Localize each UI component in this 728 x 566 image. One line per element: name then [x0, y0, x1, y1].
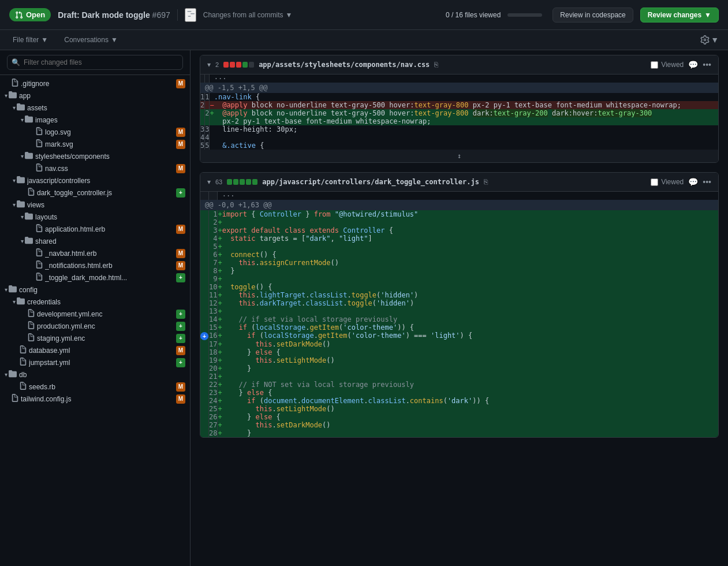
sidebar-item-config[interactable]: ▾config [0, 284, 190, 296]
sidebar-item-application-html-erb[interactable]: application.html.erbM [0, 223, 190, 235]
diff-file-header-dark-toggle: ▾ 63 app/javascript/controllers/dark_tog… [200, 173, 718, 192]
sidebar-item-jumpstart-yml[interactable]: jumpstart.yml+ [0, 356, 190, 368]
chevron-icon: ▾ [5, 92, 8, 99]
sidebar-item-gitignore[interactable]: .gitignoreM [0, 77, 190, 90]
sidebar-item-development-yml-enc[interactable]: development.yml.enc+ [0, 308, 190, 320]
sidebar-item-label: stylesheets/components [35, 152, 185, 161]
sidebar-item-stylesheets-components[interactable]: ▾stylesheets/components [0, 150, 190, 162]
file-filter-button[interactable]: File filter ▼ [9, 33, 51, 46]
commits-selector[interactable]: Changes from all commits ▼ [203, 11, 293, 19]
table-row: px-2 py-1 text-base font-medium whitespa… [200, 117, 718, 125]
sidebar: 🔍 .gitignoreM▾app▾assets▾imageslogo.svgM… [0, 50, 191, 566]
table-row: ↕ [200, 150, 718, 162]
sidebar-item-tailwind-config-js[interactable]: tailwind.config.jsM [0, 393, 190, 405]
git-pull-request-icon [15, 11, 23, 19]
sidebar-item-shared[interactable]: ▾shared [0, 235, 190, 247]
table-row: 3 + export default class extends Control… [200, 226, 718, 234]
sidebar-item-layouts[interactable]: ▾layouts [0, 211, 190, 223]
viewed-checkbox-nav-css[interactable]: Viewed [651, 61, 684, 69]
sidebar-item-database-yml[interactable]: database.ymlM [0, 344, 190, 356]
conversations-button[interactable]: Conversations ▼ [61, 33, 121, 46]
collapse-button-dark-toggle[interactable]: ▾ [207, 178, 211, 186]
sidebar-item-notifications-html-erb[interactable]: _notifications.html.erbM [0, 259, 190, 271]
sidebar-item-dark-toggle-controller[interactable]: dark_toggle_controller.js+ [0, 187, 190, 199]
diff-seg-1 [227, 179, 232, 185]
file-icon [36, 163, 43, 173]
sidebar-item-assets[interactable]: ▾assets [0, 102, 190, 114]
viewed-check-dark-toggle[interactable] [651, 178, 658, 186]
diff-view-toggle[interactable] [185, 8, 196, 22]
file-badge: + [176, 188, 185, 198]
comment-button-nav-css[interactable]: 💬 [688, 60, 698, 69]
table-row: 1 + import { Controller } from "@hotwire… [200, 210, 718, 218]
sidebar-item-label: layouts [35, 213, 185, 221]
diff-seg-2 [233, 179, 238, 185]
sidebar-item-mark-svg[interactable]: mark.svgM [0, 138, 190, 150]
sidebar-item-toggle-dark-mode[interactable]: _toggle_dark_mode.html...+ [0, 271, 190, 284]
review-changes-button[interactable]: Review changes ▼ [640, 8, 719, 23]
folder-icon [17, 297, 25, 307]
folder-icon [25, 212, 33, 222]
sidebar-item-label: production.yml.enc [37, 322, 176, 330]
sidebar-item-label: jumpstart.yml [29, 359, 176, 367]
diff-bar-dark-toggle [227, 179, 257, 185]
file-icon [36, 224, 43, 234]
table-row: 25 + this.setLightMode() [200, 405, 718, 413]
file-icon [36, 248, 43, 258]
sidebar-item-label: application.html.erb [45, 225, 176, 233]
main-layout: 🔍 .gitignoreM▾app▾assets▾imageslogo.svgM… [0, 50, 728, 566]
comment-button-dark-toggle[interactable]: 💬 [688, 177, 698, 187]
file-badge: M [176, 140, 185, 149]
table-row: 7 + this.assignCurrentMode() [200, 259, 718, 267]
more-button-nav-css[interactable]: ••• [703, 60, 711, 69]
file-icon [28, 321, 35, 331]
more-button-dark-toggle[interactable]: ••• [703, 177, 711, 187]
sidebar-item-app[interactable]: ▾app [0, 90, 190, 102]
diff-seg-3 [240, 179, 245, 185]
copy-path-button-nav-css[interactable]: ⎘ [434, 61, 438, 69]
search-bar-container: 🔍 [0, 50, 190, 75]
sidebar-item-seeds-rb[interactable]: seeds.rbM [0, 381, 190, 393]
diff-seg-3 [236, 62, 241, 68]
sidebar-item-credentials[interactable]: ▾credentials [0, 296, 190, 308]
sidebar-item-label: logo.svg [45, 128, 176, 136]
sidebar-item-staging-yml-enc[interactable]: staging.yml.enc+ [0, 332, 190, 344]
content-area: ▾ 2 app/assets/stylesheets/components/na… [191, 50, 728, 566]
sidebar-item-label: _notifications.html.erb [45, 262, 176, 270]
viewed-checkbox-dark-toggle[interactable]: Viewed [651, 178, 684, 186]
sidebar-item-images[interactable]: ▾images [0, 114, 190, 126]
sidebar-item-label: nav.css [45, 165, 176, 173]
table-row: 2 + @apply block no-underline text-gray-… [200, 109, 718, 117]
file-icon [28, 188, 35, 198]
sidebar-item-label: app [19, 92, 185, 100]
table-row: 24 + if (document.documentElement.classL… [200, 397, 718, 405]
copy-path-button-dark-toggle[interactable]: ⎘ [484, 178, 488, 186]
sidebar-item-nav-css[interactable]: nav.cssM [0, 162, 190, 174]
sidebar-item-javascript-controllers[interactable]: ▾javascript/controllers [0, 174, 190, 187]
search-input[interactable] [7, 55, 183, 70]
chevron-icon: ▾ [21, 153, 24, 159]
file-icon [12, 394, 18, 404]
sidebar-item-label: assets [27, 104, 185, 112]
diff-table-dark-toggle: ··· @@ -0,0 +1,63 @@ 1 + import { Contro… [200, 192, 718, 437]
sidebar-item-views[interactable]: ▾views [0, 199, 190, 211]
sidebar-item-label: database.yml [29, 347, 176, 355]
add-comment-indicator[interactable]: + [200, 332, 208, 340]
folder-icon [17, 176, 25, 185]
file-badge: + [176, 273, 185, 282]
sidebar-item-navbar-html-erb[interactable]: _navbar.html.erbM [0, 247, 190, 259]
table-row: 19 + this.setLightMode() [200, 356, 718, 364]
sidebar-item-logo-svg[interactable]: logo.svgM [0, 126, 190, 138]
settings-button[interactable]: ▼ [700, 35, 719, 44]
sidebar-item-db[interactable]: ▾db [0, 368, 190, 381]
review-codespace-button[interactable]: Review in codespace [552, 8, 633, 23]
sub-header: File filter ▼ Conversations ▼ ▼ [0, 30, 728, 50]
viewed-check-nav-css[interactable] [651, 61, 658, 69]
table-row: 4 + static targets = ["dark", "light"] [200, 234, 718, 243]
sidebar-item-label: credentials [27, 298, 185, 306]
folder-icon [9, 285, 17, 295]
collapse-button-nav-css[interactable]: ▾ [207, 61, 211, 69]
diff-lines-nav-css: 2 [215, 61, 219, 68]
diff-seg-4 [246, 179, 251, 185]
sidebar-item-production-yml-enc[interactable]: production.yml.enc+ [0, 320, 190, 332]
